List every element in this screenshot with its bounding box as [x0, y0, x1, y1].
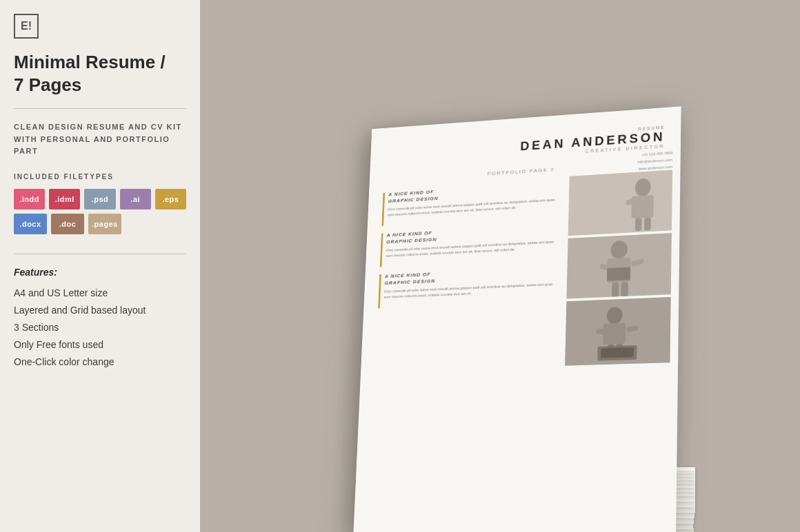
feature-item: Only Free fonts used	[14, 338, 186, 352]
doc-section-2: A Nice Kind ofGraphic Design Orro conecd…	[380, 223, 559, 267]
feature-item: 3 Sections	[14, 320, 186, 335]
svg-rect-13	[607, 267, 630, 281]
svg-rect-5	[644, 218, 651, 231]
doc-contact: +01 123 456 7890 info@anderson.com www.a…	[637, 150, 672, 172]
features-heading: Features:	[14, 267, 186, 278]
filetype-ai: .ai	[120, 189, 151, 209]
feature-item: Layered and Grid based layout	[14, 303, 186, 318]
filetype-doc: .doc	[51, 214, 84, 234]
filetypes-heading: Included Filetypes	[14, 173, 186, 181]
sidebar: E! Minimal Resume /7 Pages Clean design …	[0, 0, 200, 532]
svg-rect-4	[635, 218, 642, 231]
product-title: Minimal Resume /7 Pages	[14, 51, 186, 96]
doc-image-1	[568, 170, 672, 236]
filetype-grid: .indd .idml .psd .ai .eps .docx .doc .pa…	[14, 189, 186, 234]
filetype-row-2: .docx .doc .pages	[14, 214, 186, 234]
logo-badge: E!	[14, 14, 39, 39]
doc-image-3	[565, 297, 671, 366]
doc-image-2	[566, 233, 671, 298]
svg-rect-11	[612, 283, 619, 297]
feature-item: A4 and US Letter size	[14, 286, 186, 300]
doc-section-3: A Nice Kind ofGraphic Design Orro conecd…	[378, 265, 559, 308]
filetype-psd: .psd	[84, 189, 115, 209]
filetype-indd: .indd	[14, 189, 45, 209]
tagline: Clean design resume and CV kit with pers…	[14, 121, 186, 158]
divider-top	[14, 108, 186, 109]
feature-item: One-Click color change	[14, 355, 186, 369]
filetype-eps: .eps	[155, 189, 186, 209]
filetype-idml: .idml	[49, 189, 80, 209]
document-preview: RESUME DEAN ANDERSON Creative Director P…	[353, 106, 681, 532]
svg-rect-0	[568, 170, 672, 236]
document-stack: RESUME DEAN ANDERSON Creative Director P…	[331, 84, 759, 532]
main-preview: RESUME DEAN ANDERSON Creative Director P…	[200, 0, 800, 532]
divider-bottom	[14, 254, 186, 254]
filetype-pages: .pages	[88, 214, 121, 234]
filetype-row-1: .indd .idml .psd .ai .eps	[14, 189, 186, 209]
doc-images	[565, 170, 672, 365]
svg-rect-22	[601, 347, 634, 358]
filetype-docx: .docx	[14, 214, 47, 234]
svg-rect-12	[621, 282, 628, 296]
features-list: A4 and US Letter size Layered and Grid b…	[14, 286, 186, 369]
doc-section-1: A Nice Kind ofGraphic Design Orro conecd…	[381, 181, 560, 226]
